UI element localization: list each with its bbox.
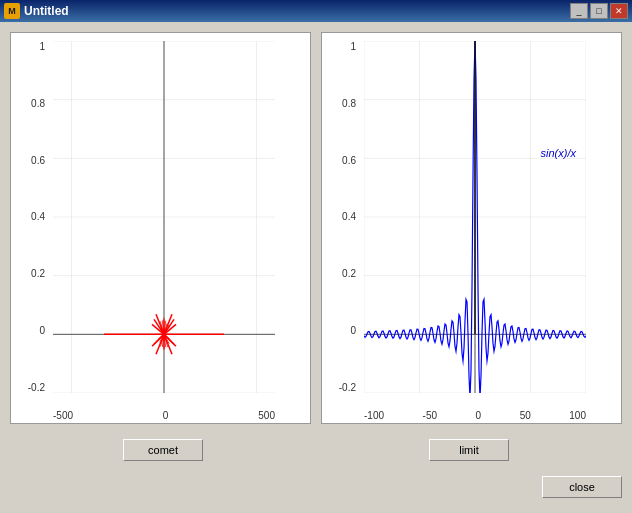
left-x-axis: -500 0 500 (53, 410, 275, 421)
left-y-axis: 1 0.8 0.6 0.4 0.2 0 -0.2 (11, 41, 49, 393)
close-window-button[interactable]: ✕ (610, 3, 628, 19)
left-plot-container: 1 0.8 0.6 0.4 0.2 0 -0.2 -500 0 500 (10, 32, 311, 424)
close-button[interactable]: close (542, 476, 622, 498)
right-plot-area: sin(x)/x (364, 41, 586, 393)
main-content: 1 0.8 0.6 0.4 0.2 0 -0.2 -500 0 500 (0, 22, 632, 513)
left-plot-canvas (53, 41, 275, 393)
window-controls: _ □ ✕ (570, 3, 628, 19)
title-bar-left: M Untitled (4, 3, 69, 19)
bottom-row: close (10, 476, 622, 503)
right-x-axis: -100 -50 0 50 100 (364, 410, 586, 421)
comet-button[interactable]: comet (123, 439, 203, 461)
right-y-axis: 1 0.8 0.6 0.4 0.2 0 -0.2 (322, 41, 360, 393)
maximize-button[interactable]: □ (590, 3, 608, 19)
title-bar: M Untitled _ □ ✕ (0, 0, 632, 22)
left-plot-area (53, 41, 275, 393)
window-title: Untitled (24, 4, 69, 18)
action-buttons-row: comet limit (10, 434, 622, 466)
right-plot-container: 1 0.8 0.6 0.4 0.2 0 -0.2 sin(x)/x -100 -… (321, 32, 622, 424)
minimize-button[interactable]: _ (570, 3, 588, 19)
limit-button[interactable]: limit (429, 439, 509, 461)
app-icon: M (4, 3, 20, 19)
right-plot-canvas (364, 41, 586, 393)
plots-row: 1 0.8 0.6 0.4 0.2 0 -0.2 -500 0 500 (10, 32, 622, 424)
sinc-annotation: sin(x)/x (541, 147, 576, 159)
